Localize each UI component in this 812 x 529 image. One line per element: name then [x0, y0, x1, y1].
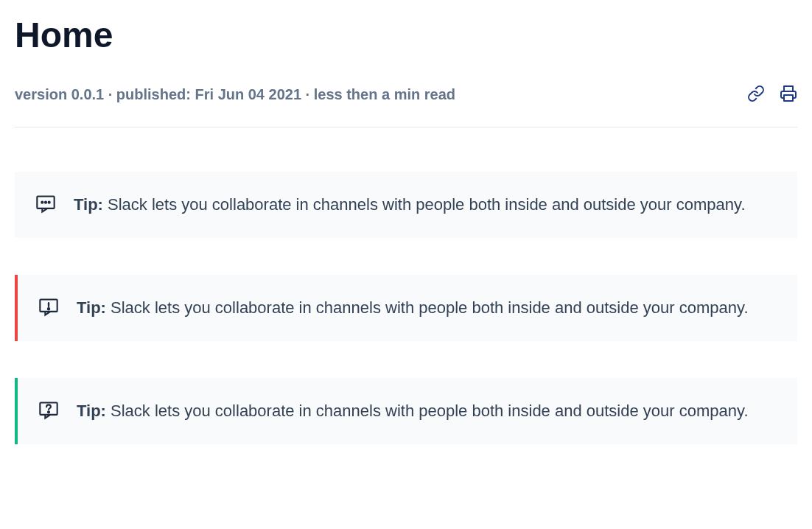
callout-text: Tip: Slack lets you collaborate in chann…	[77, 295, 749, 320]
svg-point-9	[48, 411, 49, 413]
meta-actions	[747, 85, 797, 105]
callout-text: Tip: Slack lets you collaborate in chann…	[74, 192, 746, 217]
callout-body: Slack lets you collaborate in channels w…	[103, 195, 746, 214]
page-title: Home	[15, 15, 797, 55]
print-icon	[780, 85, 797, 105]
callout-text: Tip: Slack lets you collaborate in chann…	[77, 399, 749, 424]
callout-info: Tip: Slack lets you collaborate in chann…	[15, 172, 797, 238]
callout-help: Tip: Slack lets you collaborate in chann…	[15, 378, 797, 444]
message-icon	[35, 194, 56, 214]
link-icon	[747, 85, 765, 105]
print-button[interactable]	[780, 85, 797, 105]
callout-body: Slack lets you collaborate in channels w…	[106, 402, 749, 420]
question-icon	[38, 400, 59, 421]
callout-label: Tip:	[77, 298, 106, 317]
divider	[15, 127, 797, 127]
svg-point-4	[49, 202, 50, 203]
svg-point-3	[45, 202, 46, 203]
svg-point-7	[48, 308, 49, 309]
meta-text: version 0.0.1 · published: Fri Jun 04 20…	[15, 86, 455, 103]
svg-rect-0	[784, 95, 793, 101]
copy-link-button[interactable]	[747, 85, 765, 105]
callout-body: Slack lets you collaborate in channels w…	[106, 298, 749, 317]
svg-point-2	[41, 202, 43, 203]
callout-warning: Tip: Slack lets you collaborate in chann…	[15, 275, 797, 341]
meta-row: version 0.0.1 · published: Fri Jun 04 20…	[15, 85, 797, 105]
callout-label: Tip:	[77, 402, 106, 420]
callout-label: Tip:	[74, 195, 103, 214]
alert-icon	[38, 297, 59, 318]
